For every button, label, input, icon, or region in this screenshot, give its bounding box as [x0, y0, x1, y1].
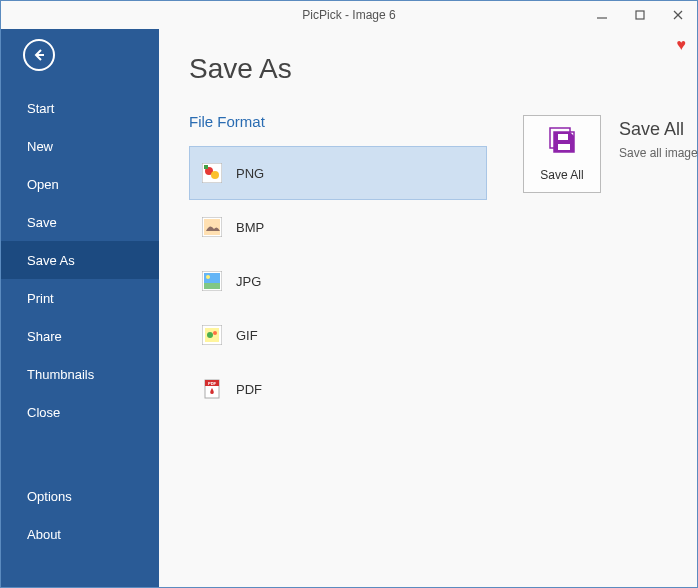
- svg-point-18: [213, 331, 217, 335]
- format-item-jpg[interactable]: JPG: [189, 254, 487, 308]
- format-list: PNG BMP JPG: [189, 146, 487, 416]
- right-column: Save All Save All Save all image: [487, 53, 698, 587]
- heart-icon: ♥: [677, 36, 687, 53]
- svg-point-14: [206, 275, 210, 279]
- sidebar-item-label: Start: [27, 101, 54, 116]
- sidebar-item-save-as[interactable]: Save As: [1, 241, 159, 279]
- format-label: PNG: [236, 166, 264, 181]
- sidebar-item-start[interactable]: Start: [1, 89, 159, 127]
- sidebar-item-label: Save As: [27, 253, 75, 268]
- format-item-pdf[interactable]: PDF PDF: [189, 362, 487, 416]
- sidebar-item-thumbnails[interactable]: Thumbnails: [1, 355, 159, 393]
- format-item-png[interactable]: PNG: [189, 146, 487, 200]
- svg-point-17: [207, 332, 213, 338]
- sidebar-item-label: Save: [27, 215, 57, 230]
- window-title: PicPick - Image 6: [302, 8, 395, 22]
- page-title: Save As: [189, 53, 487, 85]
- format-label: JPG: [236, 274, 261, 289]
- close-button[interactable]: [659, 1, 697, 29]
- sidebar-item-about[interactable]: About: [1, 515, 159, 553]
- svg-rect-8: [204, 165, 208, 169]
- sidebar-item-new[interactable]: New: [1, 127, 159, 165]
- sidebar-item-close[interactable]: Close: [1, 393, 159, 431]
- sidebar-item-open[interactable]: Open: [1, 165, 159, 203]
- png-icon: [202, 163, 222, 183]
- pdf-icon: PDF: [202, 379, 222, 399]
- svg-rect-1: [636, 11, 644, 19]
- sidebar-item-label: New: [27, 139, 53, 154]
- save-all-button[interactable]: Save All: [523, 115, 601, 193]
- svg-rect-13: [204, 283, 220, 289]
- gif-icon: [202, 325, 222, 345]
- minimize-button[interactable]: [583, 1, 621, 29]
- save-all-text: Save All Save all image: [619, 115, 698, 160]
- sidebar-item-label: About: [27, 527, 61, 542]
- app-window: PicPick - Image 6 Start New Open Save Sa…: [0, 0, 698, 588]
- sidebar-item-label: Share: [27, 329, 62, 344]
- format-item-gif[interactable]: GIF: [189, 308, 487, 362]
- sidebar: Start New Open Save Save As Print Share …: [1, 29, 159, 587]
- section-label: File Format: [189, 113, 487, 130]
- maximize-button[interactable]: [621, 1, 659, 29]
- sidebar-item-label: Print: [27, 291, 54, 306]
- format-item-bmp[interactable]: BMP: [189, 200, 487, 254]
- content: ♥ Save As File Format PNG: [159, 29, 697, 587]
- save-all-icon: [546, 126, 578, 162]
- format-label: PDF: [236, 382, 262, 397]
- svg-text:PDF: PDF: [208, 381, 217, 386]
- back-button[interactable]: [23, 39, 55, 71]
- left-column: Save As File Format PNG BMP: [189, 53, 487, 587]
- sidebar-item-label: Close: [27, 405, 60, 420]
- sidebar-item-label: Options: [27, 489, 72, 504]
- svg-rect-25: [558, 144, 570, 150]
- window-controls: [583, 1, 697, 29]
- format-label: GIF: [236, 328, 258, 343]
- sidebar-item-share[interactable]: Share: [1, 317, 159, 355]
- save-all-button-label: Save All: [540, 168, 583, 182]
- save-all-title: Save All: [619, 119, 698, 140]
- body: Start New Open Save Save As Print Share …: [1, 29, 697, 587]
- sidebar-item-label: Thumbnails: [27, 367, 94, 382]
- format-label: BMP: [236, 220, 264, 235]
- bmp-icon: [202, 217, 222, 237]
- sidebar-item-label: Open: [27, 177, 59, 192]
- svg-rect-24: [558, 134, 568, 140]
- svg-point-7: [211, 171, 219, 179]
- jpg-icon: [202, 271, 222, 291]
- sidebar-item-options[interactable]: Options: [1, 477, 159, 515]
- save-all-desc: Save all image: [619, 146, 698, 160]
- sidebar-item-save[interactable]: Save: [1, 203, 159, 241]
- favorite-icon[interactable]: ♥: [677, 36, 687, 54]
- titlebar: PicPick - Image 6: [1, 1, 697, 29]
- sidebar-item-print[interactable]: Print: [1, 279, 159, 317]
